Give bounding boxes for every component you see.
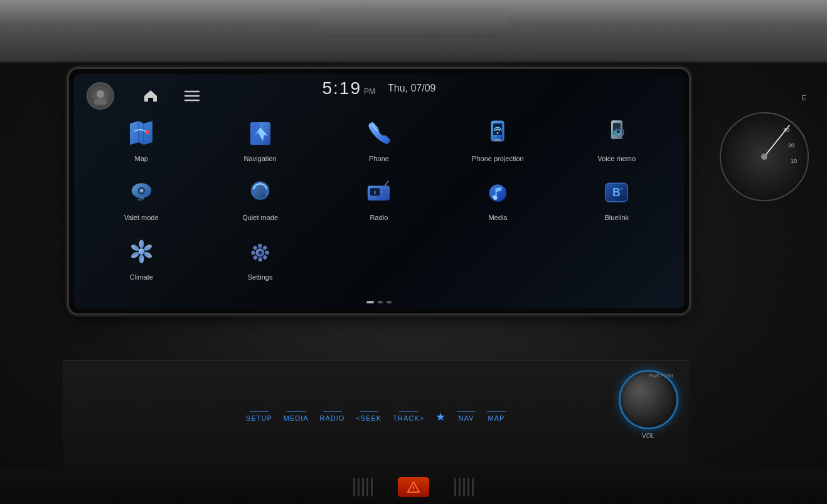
map-icon (124, 117, 159, 151)
map-label-phys: MAP (488, 414, 505, 422)
dashboard: E 30 20 10 5:19 PM Thu, 07/09 (0, 0, 827, 504)
svg-point-57 (259, 251, 262, 255)
gauge-cluster: E 30 20 10 (714, 81, 814, 270)
setup-button[interactable]: SETUP (246, 411, 272, 422)
avatar[interactable] (87, 82, 114, 110)
svg-point-38 (383, 193, 385, 196)
dash-top-panel (0, 0, 827, 63)
volume-knob[interactable]: PWR PUSH (619, 370, 678, 429)
svg-text:B: B (612, 186, 621, 199)
app-bluelink[interactable]: B ² Bluelink (559, 171, 675, 228)
hazard-button[interactable] (398, 477, 429, 497)
map-button[interactable]: MAP (487, 411, 506, 422)
physical-controls: PWR PUSH VOL SETUP MEDIA RADIO <SEEK (63, 360, 689, 473)
app-settings[interactable]: Settings (202, 230, 317, 286)
left-vents (353, 478, 373, 496)
svg-rect-27 (139, 197, 144, 199)
svg-rect-64 (252, 251, 255, 255)
svg-point-7 (97, 90, 104, 98)
svg-rect-62 (259, 257, 262, 261)
svg-point-26 (139, 189, 143, 192)
navigation-label: Navigation (244, 154, 277, 163)
svg-point-45 (494, 196, 498, 200)
screen-bezel: 5:19 PM Thu, 07/09 (69, 69, 689, 313)
radio-icon (361, 176, 396, 210)
svg-point-37 (383, 189, 385, 192)
right-vents (454, 478, 474, 496)
svg-rect-17 (250, 122, 260, 145)
settings-label: Settings (248, 273, 273, 281)
media-icon (481, 176, 515, 210)
app-map[interactable]: Map (83, 112, 199, 168)
bluelink-label: Bluelink (605, 213, 629, 222)
svg-point-39 (385, 189, 388, 192)
svg-text:10: 10 (791, 158, 797, 164)
valet-mode-label: Valet mode (124, 213, 159, 222)
radio-button[interactable]: RADIO (320, 411, 345, 422)
map-label: Map (134, 154, 147, 163)
svg-point-43 (489, 184, 507, 202)
phone-label: Phone (369, 154, 389, 163)
nav-button[interactable]: NAV (457, 411, 476, 422)
setup-label: SETUP (246, 414, 272, 422)
svg-text:E: E (802, 94, 806, 102)
screen-content: 5:19 PM Thu, 07/09 (74, 74, 684, 308)
svg-point-53 (139, 254, 144, 263)
quiet-mode-icon (243, 176, 277, 210)
svg-point-40 (385, 193, 388, 196)
buttons-row: SETUP MEDIA RADIO <SEEK TRACK> ★ (246, 410, 506, 424)
seek-back-button[interactable]: <SEEK (356, 411, 381, 422)
svg-point-6 (761, 154, 767, 160)
climate-icon (124, 235, 159, 270)
svg-text:20: 20 (788, 142, 794, 149)
svg-point-8 (94, 98, 107, 105)
infotainment-screen[interactable]: 5:19 PM Thu, 07/09 (74, 74, 684, 308)
quiet-mode-label: Quiet mode (242, 213, 278, 222)
page-dot-2[interactable] (378, 301, 383, 303)
phone-projection-label: Phone projection (472, 154, 524, 163)
favorite-button[interactable]: ★ (435, 410, 446, 424)
media-button[interactable]: MEDIA (284, 411, 309, 422)
app-navigation[interactable]: Navigation (202, 112, 317, 168)
svg-rect-29 (137, 199, 139, 201)
settings-icon (243, 235, 277, 270)
nav-label: NAV (459, 414, 474, 422)
voice-memo-icon (599, 117, 634, 151)
menu-button[interactable] (181, 85, 203, 107)
dash-top-center (319, 6, 508, 38)
app-quiet-mode[interactable]: Quiet mode (202, 171, 317, 228)
app-media[interactable]: Media (440, 171, 555, 228)
page-dot-1[interactable] (366, 301, 374, 303)
voice-memo-label: Voice memo (598, 154, 636, 163)
radio-label-phys: RADIO (320, 414, 345, 422)
favorite-icon: ★ (435, 410, 446, 424)
track-forward-label: TRACK> (393, 414, 424, 422)
svg-point-50 (139, 239, 144, 248)
svg-point-68 (413, 490, 414, 491)
svg-rect-34 (265, 189, 269, 196)
climate-label: Climate (130, 273, 153, 281)
media-label-phys: MEDIA (284, 414, 309, 422)
app-climate[interactable]: Climate (83, 230, 199, 286)
page-dots (366, 301, 392, 303)
radio-label: Radio (370, 213, 388, 222)
page-dot-3[interactable] (387, 301, 392, 303)
app-phone[interactable]: Phone (321, 112, 437, 168)
app-valet-mode[interactable]: Valet mode (83, 171, 199, 228)
app-radio[interactable]: Radio (321, 171, 437, 228)
svg-point-49 (138, 248, 144, 255)
svg-rect-28 (140, 199, 141, 201)
track-forward-button[interactable]: TRACK> (393, 411, 424, 422)
phone-projection-icon (481, 117, 515, 151)
svg-rect-30 (142, 199, 144, 200)
app-phone-projection[interactable]: Phone projection (440, 112, 555, 168)
svg-rect-60 (265, 251, 269, 255)
home-button[interactable] (139, 85, 162, 107)
navigation-icon (243, 117, 277, 151)
valet-mode-icon (124, 176, 159, 210)
svg-point-15 (146, 130, 149, 134)
svg-rect-33 (252, 189, 255, 196)
apps-grid: Map (80, 108, 678, 290)
app-voice-memo[interactable]: Voice memo (559, 112, 675, 168)
svg-line-41 (385, 181, 389, 186)
